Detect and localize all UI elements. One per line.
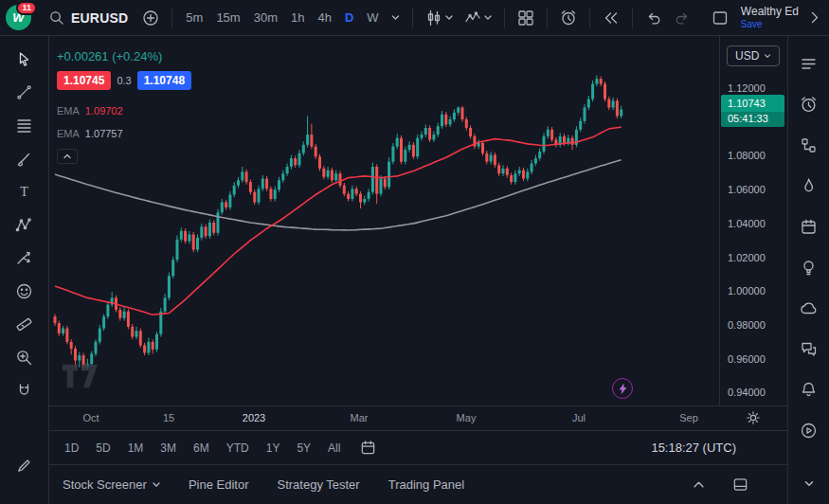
- redo-button[interactable]: [669, 5, 695, 31]
- restore-panel-button[interactable]: [728, 472, 753, 497]
- range-6m[interactable]: 6M: [191, 439, 211, 458]
- ema-fast-row[interactable]: EMA 1.09702: [57, 99, 191, 122]
- streams-button[interactable]: [793, 417, 825, 445]
- interval-15m[interactable]: 15m: [210, 7, 245, 28]
- undo-button[interactable]: [640, 5, 667, 31]
- layout-name-block[interactable]: Wealthy Ed Save: [741, 6, 799, 29]
- candlestick-style-icon: [425, 9, 442, 27]
- zoom-in-tool[interactable]: [7, 342, 43, 373]
- emoji-tool[interactable]: [7, 276, 43, 307]
- hotlists-button[interactable]: [793, 171, 825, 200]
- interval-1d-active[interactable]: D: [339, 7, 359, 28]
- interval-4h[interactable]: 4h: [312, 7, 336, 28]
- alerts-button[interactable]: [793, 90, 825, 118]
- range-ytd[interactable]: YTD: [225, 439, 251, 458]
- interval-5m[interactable]: 5m: [180, 7, 208, 28]
- create-alert-button[interactable]: [555, 5, 582, 31]
- window-square-icon: [712, 9, 729, 27]
- indicators-icon: [464, 9, 481, 27]
- quick-action-button[interactable]: [612, 378, 633, 399]
- chart-settings-button[interactable]: [746, 410, 761, 429]
- redo-arrow-icon: [674, 9, 691, 27]
- interval-1w[interactable]: W: [361, 7, 384, 28]
- conversations-button[interactable]: [793, 335, 825, 364]
- time-axis-label: 2023: [243, 412, 265, 423]
- session-clock[interactable]: 15:18:27 (UTC): [651, 441, 736, 455]
- symbol-search-button[interactable]: EURUSD: [41, 6, 135, 29]
- time-axis-label: May: [457, 412, 477, 423]
- measure-ruler-icon: [15, 315, 33, 333]
- ema-slow-row[interactable]: EMA 1.07757: [57, 122, 191, 145]
- ema-fast-label: EMA: [57, 105, 80, 117]
- time-axis-label: Mar: [351, 412, 369, 423]
- open-panel-button[interactable]: [689, 477, 709, 493]
- account-logo[interactable]: W 11: [6, 5, 31, 30]
- fib-retracement-tool[interactable]: [7, 110, 43, 141]
- economic-calendar-button[interactable]: [793, 212, 825, 241]
- text-tool[interactable]: T: [7, 176, 43, 207]
- sell-bid-button[interactable]: 1.10745: [57, 71, 111, 90]
- time-axis[interactable]: Oct152023MarMayJulSep: [49, 405, 787, 430]
- notifications-button[interactable]: [793, 376, 825, 405]
- legend-collapse-button[interactable]: [57, 149, 78, 164]
- forecast-tool[interactable]: [7, 243, 43, 274]
- buy-ask-button[interactable]: 1.10748: [137, 71, 191, 90]
- object-tree-button[interactable]: [793, 131, 825, 159]
- tab-trading-panel[interactable]: Trading Panel: [388, 477, 464, 492]
- bid-ask-row: 1.10745 0.3 1.10748: [57, 71, 191, 90]
- trading-platform-window: W 11 EURUSD 5m 15m 30m 1h 4h D W: [0, 0, 829, 504]
- interval-30m[interactable]: 30m: [248, 7, 283, 28]
- range-all[interactable]: All: [326, 439, 342, 458]
- brush-icon: [15, 150, 33, 168]
- go-to-date-button[interactable]: [355, 435, 381, 460]
- cursor-tool[interactable]: [7, 44, 43, 75]
- spread-value: 0.3: [117, 75, 131, 86]
- chevron-down-icon: [804, 480, 814, 487]
- edit-mode-tool[interactable]: [7, 448, 43, 479]
- interval-menu-button[interactable]: [387, 10, 405, 26]
- trend-line-tool[interactable]: [7, 77, 43, 108]
- symbol-name: EURUSD: [71, 10, 128, 26]
- price-axis[interactable]: USD 1.10743 05:41:33 1.120001.100001.080…: [719, 36, 787, 405]
- multichart-layout-button[interactable]: [513, 5, 539, 31]
- indicators-button[interactable]: [460, 5, 496, 31]
- toolbar-separator: [589, 8, 590, 28]
- range-1d[interactable]: 1D: [63, 439, 81, 458]
- compare-add-symbol-button[interactable]: [137, 5, 164, 31]
- watchlist-button[interactable]: [793, 49, 825, 78]
- ema-slow-label: EMA: [57, 128, 80, 139]
- toolbar-separator: [171, 8, 172, 28]
- price-axis-label: 1.12000: [728, 82, 766, 94]
- chart-plot[interactable]: +0.00261 (+0.24%) 1.10745 0.3 1.10748 EM…: [49, 36, 719, 405]
- expand-panel-button[interactable]: [806, 7, 823, 28]
- search-icon: [48, 9, 64, 26]
- alert-clock-icon: [800, 96, 818, 114]
- save-layout-button[interactable]: [707, 5, 733, 31]
- notification-badge: 11: [16, 1, 37, 15]
- price-axis-label: 0.94000: [728, 387, 766, 398]
- range-3m[interactable]: 3M: [158, 439, 178, 458]
- range-1y[interactable]: 1Y: [264, 439, 282, 458]
- cursor-icon: [15, 50, 33, 68]
- tab-stock-screener[interactable]: Stock Screener: [63, 477, 160, 492]
- go-to-date-icon: [360, 440, 376, 456]
- date-range-bar: 1D 5D 1M 3M 6M YTD 1Y 5Y All 15:18:27 (U…: [49, 430, 787, 464]
- collapse-rail-button[interactable]: [793, 470, 825, 498]
- chart-style-button[interactable]: [421, 5, 458, 31]
- chats-button[interactable]: [793, 295, 825, 323]
- range-5d[interactable]: 5D: [94, 439, 112, 458]
- top-toolbar: W 11 EURUSD 5m 15m 30m 1h 4h D W: [0, 0, 829, 36]
- xabcd-pattern-tool[interactable]: [7, 209, 43, 241]
- tab-strategy-tester[interactable]: Strategy Tester: [277, 477, 359, 492]
- range-5y[interactable]: 5Y: [295, 439, 313, 458]
- ideas-button[interactable]: [793, 253, 825, 281]
- range-1m[interactable]: 1M: [126, 439, 146, 458]
- measure-tool[interactable]: [7, 309, 43, 340]
- bar-replay-button[interactable]: [598, 5, 624, 31]
- save-link[interactable]: Save: [741, 19, 799, 30]
- interval-1h[interactable]: 1h: [285, 7, 310, 28]
- currency-dropdown[interactable]: USD: [727, 45, 780, 66]
- brush-tool[interactable]: [7, 143, 43, 174]
- tab-pine-editor[interactable]: Pine Editor: [189, 477, 249, 492]
- magnet-tool[interactable]: [7, 375, 43, 406]
